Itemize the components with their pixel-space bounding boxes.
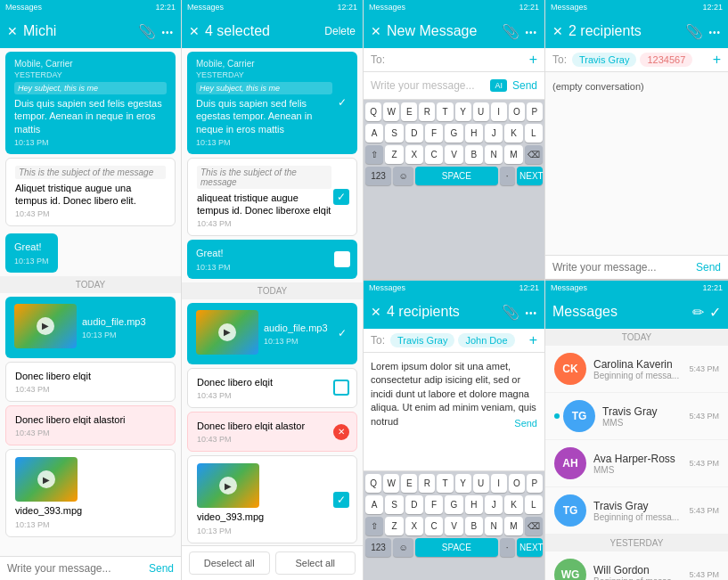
key-X-b[interactable]: X — [405, 517, 423, 535]
key-next-b[interactable]: NEXT — [517, 538, 543, 557]
key-next[interactable]: NEXT — [517, 167, 543, 185]
key-T[interactable]: T — [437, 102, 453, 121]
add-recipient-btn-3[interactable]: + — [529, 52, 537, 68]
key-E-b[interactable]: E — [401, 474, 417, 493]
key-A-b[interactable]: A — [365, 495, 383, 514]
key-A[interactable]: A — [365, 124, 383, 143]
recipient-chip-travis[interactable]: Travis Gray — [390, 333, 454, 347]
key-Y-b[interactable]: Y — [455, 474, 471, 493]
key-Q-b[interactable]: Q — [365, 474, 381, 493]
key-P[interactable]: P — [527, 102, 543, 121]
key-W-b[interactable]: W — [383, 474, 399, 493]
send-btn-3[interactable]: Send — [512, 79, 537, 92]
play-icon[interactable]: ▶ — [219, 477, 237, 494]
key-I[interactable]: I — [491, 102, 507, 121]
key-shift-b[interactable]: ⇧ — [365, 517, 383, 535]
key-B[interactable]: B — [465, 145, 483, 164]
key-R-b[interactable]: R — [419, 474, 435, 493]
x-btn-2[interactable]: ✕ — [189, 24, 200, 38]
back-btn-1[interactable]: ✕ — [7, 24, 18, 38]
key-T-b[interactable]: T — [437, 474, 453, 493]
key-R[interactable]: R — [419, 102, 435, 121]
key-Z[interactable]: Z — [385, 145, 403, 164]
key-shift[interactable]: ⇧ — [365, 145, 383, 164]
key-D[interactable]: D — [405, 124, 423, 143]
list-item[interactable]: AH Ava Harper-Ross MMS 5:43 PM — [545, 440, 728, 487]
list-item[interactable]: Great! 10:13 PM — [187, 240, 357, 278]
list-item[interactable]: Donec libero elqit alastor 10:43 PM ✕ — [187, 412, 357, 452]
key-J-b[interactable]: J — [485, 495, 503, 514]
select-checkbox[interactable] — [333, 380, 349, 396]
key-O-b[interactable]: O — [509, 474, 525, 493]
key-I-b[interactable]: I — [491, 474, 507, 493]
key-backspace[interactable]: ⌫ — [525, 145, 543, 164]
recipient-chip-number[interactable]: 1234567 — [640, 53, 692, 67]
key-D-b[interactable]: D — [405, 495, 423, 514]
list-item[interactable]: ▶ video_393.mpg 10:13 PM ✓ — [187, 455, 357, 543]
list-item[interactable]: Donec libero elqit 10:43 PM — [187, 368, 357, 408]
send-btn-4a[interactable]: Send — [696, 261, 721, 274]
select-all-btn[interactable]: Select all — [275, 551, 356, 575]
send-btn-1[interactable]: Send — [149, 562, 174, 575]
list-item[interactable]: ▶ video_393.mpg 10:13 PM — [5, 449, 176, 536]
key-N[interactable]: N — [485, 145, 503, 164]
key-G-b[interactable]: G — [445, 495, 462, 514]
send-btn-3b[interactable]: Send — [514, 417, 537, 430]
play-icon[interactable]: ▶ — [37, 317, 54, 335]
key-emoji-b[interactable]: ☺ — [393, 538, 413, 557]
key-K-b[interactable]: K — [504, 495, 522, 514]
key-C-b[interactable]: C — [425, 517, 443, 535]
add-recipient-btn-4a[interactable]: + — [713, 52, 721, 68]
write-placeholder-3[interactable]: Write your message... — [371, 79, 490, 92]
x-btn-3b[interactable]: ✕ — [371, 305, 381, 319]
x-btn-4a[interactable]: ✕ — [552, 24, 563, 38]
dots-icon-4a[interactable] — [708, 23, 721, 39]
list-item[interactable]: Donec libero elqit alastori 10:43 PM — [5, 405, 176, 445]
list-item[interactable]: WG Will Gordon Beginning of messa... 5:4… — [545, 551, 728, 580]
key-C[interactable]: C — [425, 145, 443, 164]
select-checkbox[interactable]: ✓ — [334, 325, 350, 341]
list-item[interactable]: Donec libero elqit 10:43 PM — [5, 362, 176, 402]
key-G[interactable]: G — [445, 124, 462, 143]
list-item[interactable]: Great! 10:13 PM — [5, 233, 58, 272]
delete-icon[interactable]: ✕ — [333, 424, 349, 440]
key-E[interactable]: E — [401, 102, 417, 121]
key-F-b[interactable]: F — [425, 495, 443, 514]
key-M-b[interactable]: M — [504, 517, 522, 535]
dots-icon-1[interactable] — [161, 23, 174, 39]
select-checkbox[interactable]: ✓ — [333, 492, 349, 508]
list-item[interactable]: This is the subject of the message aliqu… — [187, 158, 357, 237]
key-123[interactable]: 123 — [365, 167, 391, 185]
dots-icon-3[interactable] — [525, 23, 537, 39]
check-icon-4b[interactable]: ✓ — [709, 304, 721, 321]
select-checkbox[interactable] — [334, 251, 350, 267]
recipient-chip-john[interactable]: John Doe — [458, 333, 514, 347]
list-item[interactable]: ▶ audio_file.mp3 10:13 PM — [5, 297, 176, 358]
key-U-b[interactable]: U — [473, 474, 489, 493]
key-N-b[interactable]: N — [485, 517, 503, 535]
compose-input-4a[interactable] — [552, 261, 696, 274]
key-V[interactable]: V — [445, 145, 462, 164]
key-W[interactable]: W — [383, 102, 399, 121]
key-Y[interactable]: Y — [455, 102, 471, 121]
key-S-b[interactable]: S — [385, 495, 403, 514]
play-icon[interactable]: ▶ — [218, 323, 236, 341]
key-H[interactable]: H — [465, 124, 483, 143]
key-X[interactable]: X — [405, 145, 423, 164]
key-emoji[interactable]: ☺ — [393, 167, 413, 185]
message-body-3b[interactable]: Lorem ipsum dolor sit una amet, consecte… — [364, 353, 544, 471]
key-K[interactable]: K — [504, 124, 522, 143]
recipient-chip-travis-4[interactable]: Travis Gray — [572, 53, 636, 67]
key-Z-b[interactable]: Z — [385, 517, 403, 535]
play-icon[interactable]: ▶ — [37, 470, 55, 488]
list-item[interactable]: Mobile, Carrier YESTERDAY Hey subject, t… — [5, 52, 176, 154]
key-O[interactable]: O — [509, 102, 525, 121]
key-dot-b[interactable]: · — [500, 538, 516, 557]
key-Q[interactable]: Q — [365, 102, 381, 121]
key-V-b[interactable]: V — [445, 517, 462, 535]
key-F[interactable]: F — [425, 124, 443, 143]
deselect-all-btn[interactable]: Deselect all — [189, 551, 270, 575]
edit-icon-4b[interactable]: ✏ — [692, 304, 704, 321]
key-P-b[interactable]: P — [527, 474, 543, 493]
key-B-b[interactable]: B — [465, 517, 483, 535]
